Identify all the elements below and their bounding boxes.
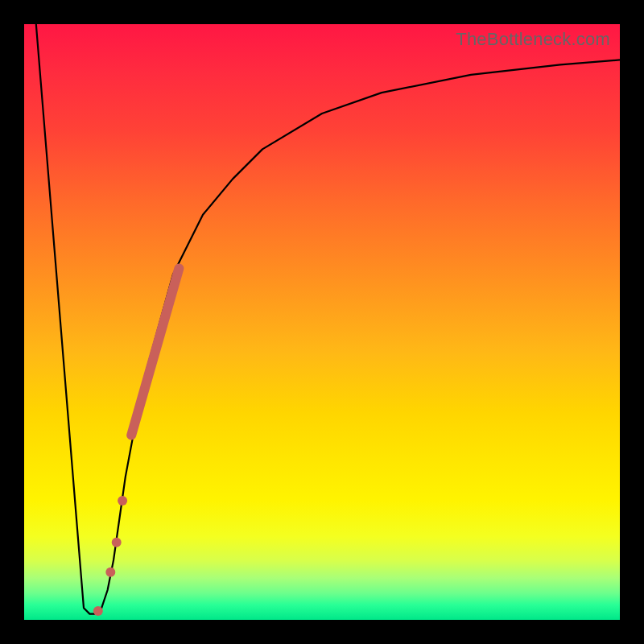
marker-dots — [93, 496, 127, 616]
chart-frame: TheBottleneck.com — [0, 0, 644, 644]
marker-dot — [93, 606, 103, 616]
marker-dot — [112, 538, 122, 547]
marker-dot — [105, 568, 115, 577]
bottleneck-curve — [36, 24, 620, 614]
chart-svg — [24, 24, 620, 620]
marker-band — [131, 268, 179, 435]
marker-dot — [118, 496, 127, 506]
plot-area: TheBottleneck.com — [24, 24, 620, 620]
